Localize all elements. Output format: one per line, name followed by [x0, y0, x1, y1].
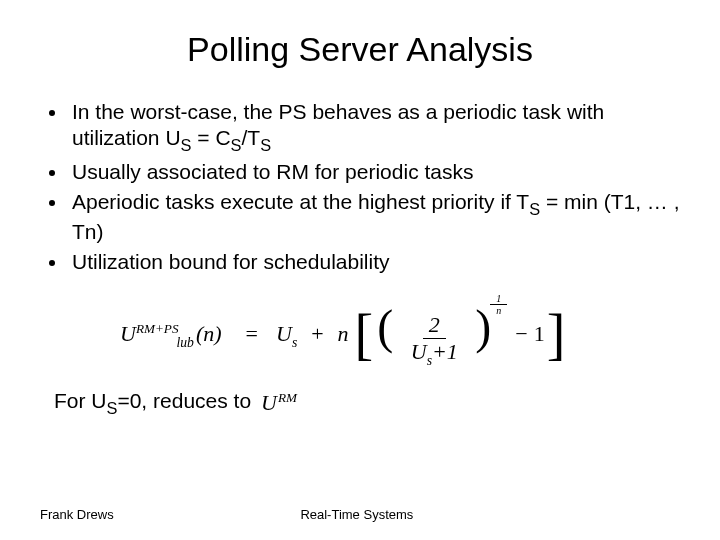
reduces-sup: RM	[278, 390, 297, 405]
formula-sup: RM+PS	[136, 321, 179, 336]
paren-left: (	[377, 300, 393, 353]
footer: Frank Drews Real-Time Systems	[40, 507, 680, 522]
outer-power: 1 n	[486, 293, 511, 316]
formula-one: 1	[534, 321, 545, 347]
formula: URM+PSlub(n) = Us + n [ ( 2 Us+1 )	[120, 303, 680, 364]
formula-us: Us	[276, 321, 297, 347]
bullet-1: In the worst-case, the PS behaves as a p…	[68, 99, 680, 155]
formula-us-s: s	[292, 335, 297, 350]
frac-num: 2	[423, 312, 446, 339]
frac-den-u: U	[411, 339, 427, 364]
bullet-1-text-c: /T	[242, 126, 261, 149]
power-group: ( 2 Us+1 ) 1 n	[375, 303, 493, 364]
pow-den: n	[490, 305, 507, 316]
inner-fraction: 2 Us+1	[405, 312, 464, 365]
bullet-4: Utilization bound for schedulability	[68, 249, 680, 275]
formula-lhs: URM+PSlub(n)	[120, 321, 222, 347]
footer-title: Real-Time Systems	[34, 507, 680, 522]
reduces-prefix: For U	[54, 389, 107, 412]
bullet-1-text-a: In the worst-case, the PS behaves as a p…	[72, 100, 604, 149]
bracket-right: ]	[547, 306, 566, 362]
formula-arg: (n)	[196, 321, 222, 346]
formula-sub: lub	[176, 335, 193, 350]
reduces-sub: S	[107, 399, 118, 417]
bullet-3-sub: S	[529, 200, 540, 218]
bullet-list: In the worst-case, the PS behaves as a p…	[68, 99, 680, 275]
bullet-3-text-a: Aperiodic tasks execute at the highest p…	[72, 190, 529, 213]
reduces-U: U	[261, 390, 277, 415]
bullet-1-text-b: = C	[191, 126, 230, 149]
slide: Polling Server Analysis In the worst-cas…	[0, 0, 720, 540]
bullet-1-sub-1: S	[181, 136, 192, 154]
formula-n: n	[338, 321, 349, 347]
slide-title: Polling Server Analysis	[40, 30, 680, 69]
bullet-3: Aperiodic tasks execute at the highest p…	[68, 189, 680, 245]
frac-den: Us+1	[405, 339, 464, 365]
frac-den-rest: +1	[432, 339, 458, 364]
reduces-line: For US=0, reduces to URM	[54, 389, 680, 417]
reduces-urm: URM	[261, 390, 296, 416]
frac-den-s: s	[427, 353, 432, 368]
formula-U: U	[120, 321, 136, 346]
bullet-1-sub-3: S	[260, 136, 271, 154]
reduces-rest: =0, reduces to	[117, 389, 251, 412]
formula-minus: −	[515, 321, 527, 347]
bullet-1-sub-2: S	[231, 136, 242, 154]
bracket-left: [	[355, 306, 374, 362]
formula-us-u: U	[276, 321, 292, 346]
formula-eq: =	[246, 321, 258, 347]
formula-plus: +	[311, 321, 323, 347]
pow-num: 1	[490, 293, 507, 305]
bullet-2: Usually associated to RM for periodic ta…	[68, 159, 680, 185]
reduces-text: For US=0, reduces to	[54, 389, 251, 417]
